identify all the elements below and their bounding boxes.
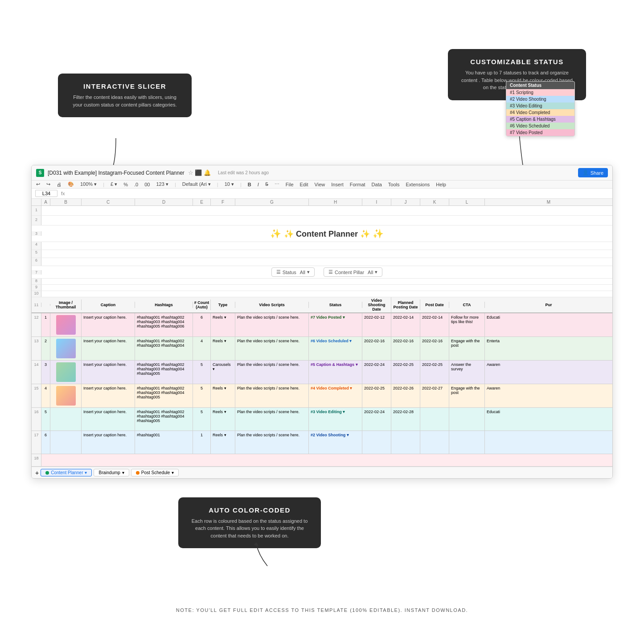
font-size-selector[interactable]: 123 ▾	[156, 181, 168, 187]
col-b: B	[50, 199, 82, 205]
filter-pillar-icon: ☰	[328, 269, 333, 275]
row-num-10: 10	[32, 291, 41, 297]
tab-dot-orange	[136, 471, 139, 475]
tab-post-schedule[interactable]: Post Schedule ▾	[131, 469, 179, 476]
thumbnail-1	[56, 315, 76, 335]
tab-braindump-dropdown[interactable]: ▾	[122, 470, 124, 475]
menu-data[interactable]: Data	[372, 182, 382, 187]
col-l: L	[449, 199, 485, 205]
toolbar-paint[interactable]: 🎨	[68, 181, 74, 187]
tab-braindump-label: Braindump	[98, 470, 120, 475]
row-num-6: 6	[32, 258, 41, 266]
callout-status-title: CUSTOMIZABLE STATUS	[459, 58, 575, 66]
last-edit: Last edit was 2 hours ago	[218, 170, 269, 175]
table-row: 16 5 Insert your caption here. #hashtag0…	[32, 408, 612, 431]
status-legend-popup: Content Status #1 Scripting #2 Video Sho…	[506, 81, 575, 136]
menu-extensions[interactable]: Extensions	[406, 182, 430, 187]
filter-pillar-dropdown[interactable]: ▾	[375, 269, 377, 275]
col-f: F	[211, 199, 235, 205]
status-legend-item-6: #6 Video Scheduled	[506, 123, 574, 129]
thumbnail-3	[56, 362, 76, 382]
sheet-body: A B C D E F G H I J K L M 1 2 3 ✨	[32, 199, 612, 467]
share-icon: 👤	[582, 170, 589, 176]
callout-auto-color: AUTO COLOR-CODED Each row is coloured ba…	[178, 497, 321, 549]
menu-view[interactable]: View	[315, 182, 325, 187]
table-row: 17 6 Insert your caption here. #hashtag0…	[32, 431, 612, 454]
col-j: J	[391, 199, 420, 205]
status-legend-header: Content Status	[506, 82, 574, 89]
status-legend-item-5: #5 Caption & Hashtags	[506, 116, 574, 123]
tab-dot-green	[45, 471, 49, 475]
add-sheet-btn[interactable]: +	[35, 469, 39, 476]
col-m: M	[485, 199, 612, 205]
percent-btn[interactable]: %	[123, 182, 128, 187]
row-num-2: 2	[32, 216, 41, 225]
th-thumbnail: Image / Thumbnail	[50, 299, 82, 310]
toolbar-undo[interactable]: ↩	[36, 181, 40, 187]
status-legend-item-2: #2 Video Shooting	[506, 96, 574, 103]
bold-btn[interactable]: B	[248, 182, 251, 187]
row-num-5: 5	[32, 250, 41, 258]
menu-tools[interactable]: Tools	[388, 182, 400, 187]
col-i: I	[362, 199, 391, 205]
table-row: 12 1 Insert your caption here. #hashtag0…	[32, 313, 612, 337]
decimal2-btn[interactable]: 00	[144, 182, 150, 187]
spreadsheet: S [D031 with Example] Instagram-Focused …	[31, 165, 613, 479]
sheet-tabs: + Content Planner ▾ Braindump ▾ Post Sch…	[32, 467, 612, 478]
thumbnail-4	[56, 386, 76, 406]
currency-btn[interactable]: £ ▾	[111, 181, 117, 187]
callout-interactive-slicer-title: INTERACTIVE SLICER	[69, 82, 181, 90]
cell-reference[interactable]: L34	[35, 190, 57, 197]
tab-content-planner-label: Content Planner	[51, 470, 83, 475]
filter-status-pill[interactable]: ☰ Status All ▾	[271, 267, 315, 277]
menu-file[interactable]: File	[286, 182, 294, 187]
strikethrough-btn[interactable]: S̶	[265, 181, 268, 187]
table-row-empty: 18	[32, 454, 612, 467]
table-row: 13 2 Insert your caption here. #hashtag0…	[32, 337, 612, 361]
th-planned-date: Planned Posting Date	[391, 299, 420, 310]
callout-interactive-slicer-body: Filter the content ideas easily with sli…	[69, 94, 181, 108]
share-button[interactable]: 👤 Share	[578, 168, 608, 177]
italic-btn[interactable]: I	[258, 182, 259, 187]
callout-interactive-slicer: INTERACTIVE SLICER Filter the content id…	[58, 74, 192, 117]
filter-pillar-pill[interactable]: ☰ Content Pillar All ▾	[324, 267, 382, 277]
status-legend-item-7: #7 Video Posted	[506, 129, 574, 136]
th-shooting-date: Video Shooting Date	[362, 297, 391, 312]
doc-title: [D031 with Example] Instagram-Focused Co…	[48, 170, 185, 176]
more-menu[interactable]: ⋯	[275, 181, 279, 187]
status-legend-item-4: #4 Video Completed	[506, 109, 574, 116]
th-cta: CTA	[449, 302, 485, 308]
status-legend-item-1: #1 Scripting	[506, 89, 574, 96]
row-num-3: 3	[32, 231, 41, 236]
callout-color-title: AUTO COLOR-CODED	[189, 506, 310, 514]
tab-content-planner[interactable]: Content Planner ▾	[41, 469, 92, 476]
decimal-btn[interactable]: .0	[134, 182, 138, 187]
th-post-date: Post Date	[420, 302, 449, 308]
tab-post-schedule-label: Post Schedule	[141, 470, 170, 475]
filter-status-dropdown[interactable]: ▾	[307, 269, 310, 275]
menu-format[interactable]: Format	[350, 182, 365, 187]
sparkle-right: ✨	[373, 229, 384, 238]
menu-help[interactable]: Help	[436, 182, 446, 187]
menu-edit[interactable]: Edit	[300, 182, 308, 187]
row-num-1: 1	[32, 206, 41, 215]
row-num-4: 4	[32, 242, 41, 250]
toolbar-redo[interactable]: ↪	[46, 181, 50, 187]
toolbar-print[interactable]: 🖨	[57, 182, 62, 187]
zoom-selector[interactable]: 100% ▾	[80, 181, 97, 187]
font-size-num[interactable]: 10 ▾	[225, 181, 234, 187]
tab-dropdown[interactable]: ▾	[85, 470, 87, 475]
menu-insert[interactable]: Insert	[331, 182, 344, 187]
th-count: # Count (Auto)	[193, 299, 211, 310]
tab-braindump[interactable]: Braindump ▾	[94, 469, 129, 476]
col-g: G	[235, 199, 309, 205]
callout-color-body: Each row is coloured based on the status…	[189, 517, 310, 540]
thumbnail-2	[56, 339, 76, 358]
status-legend-item-3: #3 Video Editing	[506, 103, 574, 109]
planner-title: ✨ ✨ Content Planner ✨ ✨	[41, 226, 612, 242]
table-row: 15 4 Insert your caption here. #hashtag0…	[32, 384, 612, 408]
col-a: A	[41, 199, 50, 205]
font-selector[interactable]: Default (Ari ▾	[182, 181, 211, 187]
tab-post-schedule-dropdown[interactable]: ▾	[172, 470, 174, 475]
menu-bar: ↩ ↪ 🖨 🎨 100% ▾ | £ ▾ % .0 00 123 ▾ | Def…	[32, 180, 612, 189]
